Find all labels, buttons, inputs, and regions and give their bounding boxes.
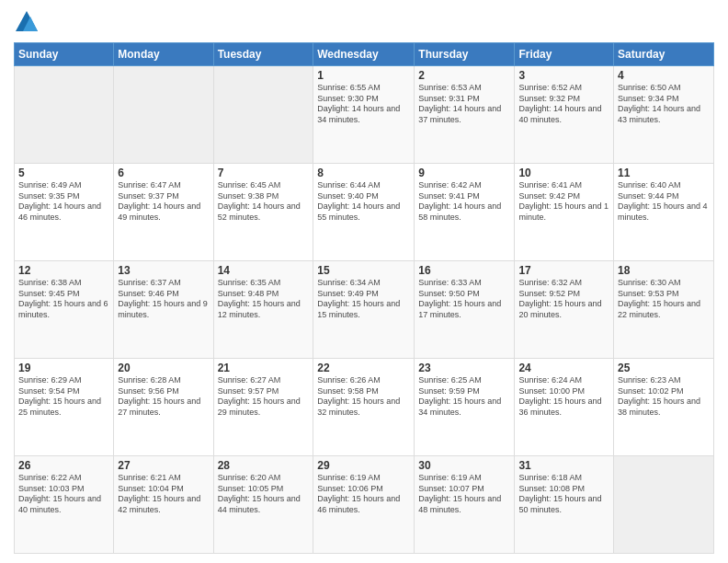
day-number: 13 <box>118 264 209 277</box>
day-info: Sunrise: 6:37 AMSunset: 9:46 PMDaylight:… <box>118 278 209 321</box>
calendar-header: SundayMondayTuesdayWednesdayThursdayFrid… <box>15 43 714 66</box>
calendar-week-row: 5Sunrise: 6:49 AMSunset: 9:35 PMDaylight… <box>15 164 714 261</box>
day-of-week-header: Sunday <box>15 43 114 66</box>
day-info: Sunrise: 6:49 AMSunset: 9:35 PMDaylight:… <box>18 180 109 224</box>
day-number: 12 <box>18 264 109 277</box>
logo <box>14 9 43 35</box>
calendar-cell: 11Sunrise: 6:40 AMSunset: 9:44 PMDayligh… <box>614 164 714 261</box>
day-number: 29 <box>317 459 410 472</box>
calendar-body: 1Sunrise: 6:55 AMSunset: 9:30 PMDaylight… <box>15 66 714 554</box>
calendar-cell: 27Sunrise: 6:21 AMSunset: 10:04 PMDaylig… <box>114 456 213 554</box>
day-of-week-header: Saturday <box>614 43 714 66</box>
day-number: 2 <box>418 69 510 82</box>
calendar-week-row: 1Sunrise: 6:55 AMSunset: 9:30 PMDaylight… <box>15 66 714 164</box>
day-info: Sunrise: 6:47 AMSunset: 9:37 PMDaylight:… <box>118 180 209 224</box>
day-info: Sunrise: 6:25 AMSunset: 9:59 PMDaylight:… <box>418 375 510 419</box>
page: SundayMondayTuesdayWednesdayThursdayFrid… <box>0 0 728 563</box>
day-info: Sunrise: 6:23 AMSunset: 10:02 PMDaylight… <box>618 375 710 419</box>
day-number: 11 <box>618 167 710 179</box>
day-number: 19 <box>18 362 109 374</box>
calendar-cell: 5Sunrise: 6:49 AMSunset: 9:35 PMDaylight… <box>15 164 114 261</box>
day-info: Sunrise: 6:42 AMSunset: 9:41 PMDaylight:… <box>418 180 510 224</box>
day-number: 7 <box>218 167 310 179</box>
day-info: Sunrise: 6:32 AMSunset: 9:52 PMDaylight:… <box>518 278 609 321</box>
day-info: Sunrise: 6:26 AMSunset: 9:58 PMDaylight:… <box>317 375 410 419</box>
calendar-cell: 3Sunrise: 6:52 AMSunset: 9:32 PMDaylight… <box>515 66 614 164</box>
day-number: 4 <box>618 69 710 82</box>
day-number: 9 <box>418 167 510 179</box>
calendar-cell: 20Sunrise: 6:28 AMSunset: 9:56 PMDayligh… <box>114 359 213 456</box>
day-number: 31 <box>518 459 609 472</box>
day-number: 6 <box>118 167 209 179</box>
day-of-week-header: Monday <box>114 43 213 66</box>
day-info: Sunrise: 6:18 AMSunset: 10:08 PMDaylight… <box>518 473 609 516</box>
day-info: Sunrise: 6:19 AMSunset: 10:07 PMDaylight… <box>418 473 510 516</box>
day-number: 30 <box>418 459 510 472</box>
calendar-cell: 31Sunrise: 6:18 AMSunset: 10:08 PMDaylig… <box>515 456 614 554</box>
header <box>14 9 714 35</box>
calendar-cell: 8Sunrise: 6:44 AMSunset: 9:40 PMDaylight… <box>313 164 415 261</box>
calendar-cell: 12Sunrise: 6:38 AMSunset: 9:45 PMDayligh… <box>15 261 114 359</box>
calendar-cell: 30Sunrise: 6:19 AMSunset: 10:07 PMDaylig… <box>415 456 515 554</box>
day-number: 5 <box>18 167 109 179</box>
calendar-cell: 14Sunrise: 6:35 AMSunset: 9:48 PMDayligh… <box>213 261 313 359</box>
day-info: Sunrise: 6:40 AMSunset: 9:44 PMDaylight:… <box>618 180 710 224</box>
day-info: Sunrise: 6:28 AMSunset: 9:56 PMDaylight:… <box>118 375 209 419</box>
day-number: 8 <box>317 167 410 179</box>
calendar-cell: 17Sunrise: 6:32 AMSunset: 9:52 PMDayligh… <box>515 261 614 359</box>
calendar-cell <box>15 66 114 164</box>
calendar-week-row: 19Sunrise: 6:29 AMSunset: 9:54 PMDayligh… <box>15 359 714 456</box>
calendar-table: SundayMondayTuesdayWednesdayThursdayFrid… <box>14 42 714 554</box>
calendar-week-row: 12Sunrise: 6:38 AMSunset: 9:45 PMDayligh… <box>15 261 714 359</box>
day-info: Sunrise: 6:24 AMSunset: 10:00 PMDaylight… <box>518 375 609 419</box>
calendar-cell: 4Sunrise: 6:50 AMSunset: 9:34 PMDaylight… <box>614 66 714 164</box>
day-of-week-header: Thursday <box>415 43 515 66</box>
calendar-cell: 6Sunrise: 6:47 AMSunset: 9:37 PMDaylight… <box>114 164 213 261</box>
day-number: 3 <box>518 69 609 82</box>
day-info: Sunrise: 6:41 AMSunset: 9:42 PMDaylight:… <box>518 180 609 224</box>
day-of-week-header: Tuesday <box>213 43 313 66</box>
calendar-cell: 1Sunrise: 6:55 AMSunset: 9:30 PMDaylight… <box>313 66 415 164</box>
day-number: 27 <box>118 459 209 472</box>
calendar-cell: 7Sunrise: 6:45 AMSunset: 9:38 PMDaylight… <box>213 164 313 261</box>
day-number: 28 <box>218 459 310 472</box>
day-info: Sunrise: 6:34 AMSunset: 9:49 PMDaylight:… <box>317 278 410 321</box>
day-info: Sunrise: 6:45 AMSunset: 9:38 PMDaylight:… <box>218 180 310 224</box>
day-info: Sunrise: 6:21 AMSunset: 10:04 PMDaylight… <box>118 473 209 516</box>
calendar-cell: 23Sunrise: 6:25 AMSunset: 9:59 PMDayligh… <box>415 359 515 456</box>
day-info: Sunrise: 6:55 AMSunset: 9:30 PMDaylight:… <box>317 83 410 126</box>
logo-icon <box>14 9 40 35</box>
calendar-cell: 25Sunrise: 6:23 AMSunset: 10:02 PMDaylig… <box>614 359 714 456</box>
day-of-week-header: Wednesday <box>313 43 415 66</box>
day-info: Sunrise: 6:33 AMSunset: 9:50 PMDaylight:… <box>418 278 510 321</box>
calendar-cell: 26Sunrise: 6:22 AMSunset: 10:03 PMDaylig… <box>15 456 114 554</box>
calendar-cell <box>114 66 213 164</box>
calendar-cell <box>213 66 313 164</box>
day-number: 25 <box>618 362 710 374</box>
calendar-cell: 19Sunrise: 6:29 AMSunset: 9:54 PMDayligh… <box>15 359 114 456</box>
day-info: Sunrise: 6:44 AMSunset: 9:40 PMDaylight:… <box>317 180 410 224</box>
calendar-cell: 29Sunrise: 6:19 AMSunset: 10:06 PMDaylig… <box>313 456 415 554</box>
day-info: Sunrise: 6:19 AMSunset: 10:06 PMDaylight… <box>317 473 410 516</box>
day-number: 14 <box>218 264 310 277</box>
calendar-cell: 10Sunrise: 6:41 AMSunset: 9:42 PMDayligh… <box>515 164 614 261</box>
day-number: 15 <box>317 264 410 277</box>
calendar-cell: 24Sunrise: 6:24 AMSunset: 10:00 PMDaylig… <box>515 359 614 456</box>
calendar-week-row: 26Sunrise: 6:22 AMSunset: 10:03 PMDaylig… <box>15 456 714 554</box>
day-info: Sunrise: 6:30 AMSunset: 9:53 PMDaylight:… <box>618 278 710 321</box>
day-number: 22 <box>317 362 410 374</box>
calendar-cell: 28Sunrise: 6:20 AMSunset: 10:05 PMDaylig… <box>213 456 313 554</box>
day-info: Sunrise: 6:38 AMSunset: 9:45 PMDaylight:… <box>18 278 109 321</box>
day-info: Sunrise: 6:53 AMSunset: 9:31 PMDaylight:… <box>418 83 510 126</box>
calendar-cell: 21Sunrise: 6:27 AMSunset: 9:57 PMDayligh… <box>213 359 313 456</box>
day-number: 26 <box>18 459 109 472</box>
calendar-cell <box>614 456 714 554</box>
day-info: Sunrise: 6:35 AMSunset: 9:48 PMDaylight:… <box>218 278 310 321</box>
day-info: Sunrise: 6:29 AMSunset: 9:54 PMDaylight:… <box>18 375 109 419</box>
day-number: 16 <box>418 264 510 277</box>
day-info: Sunrise: 6:20 AMSunset: 10:05 PMDaylight… <box>218 473 310 516</box>
day-number: 17 <box>518 264 609 277</box>
calendar-cell: 16Sunrise: 6:33 AMSunset: 9:50 PMDayligh… <box>415 261 515 359</box>
calendar-cell: 18Sunrise: 6:30 AMSunset: 9:53 PMDayligh… <box>614 261 714 359</box>
calendar-cell: 13Sunrise: 6:37 AMSunset: 9:46 PMDayligh… <box>114 261 213 359</box>
